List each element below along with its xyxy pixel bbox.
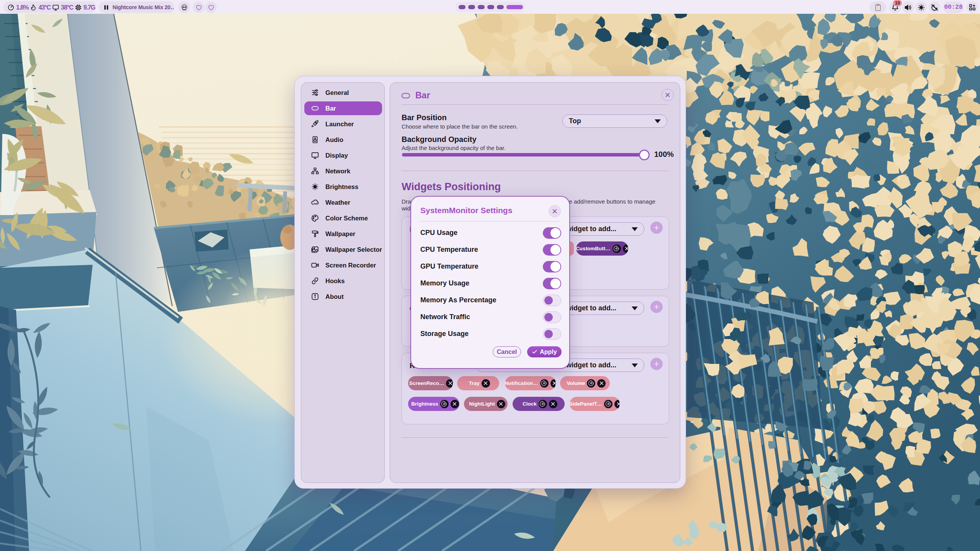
- svg-text:C: C: [877, 5, 879, 10]
